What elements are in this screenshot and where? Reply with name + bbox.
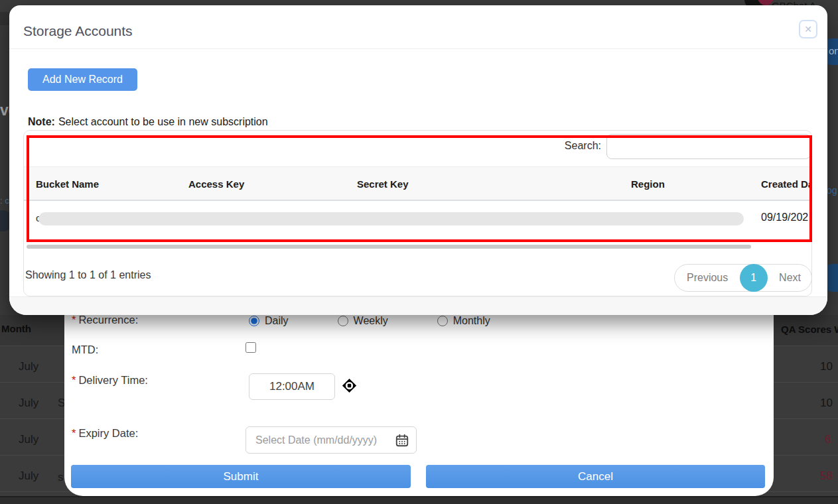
- column-header-month: Month: [1, 323, 31, 334]
- table-cell-month: July: [19, 360, 38, 373]
- submit-button[interactable]: Submit: [71, 465, 411, 488]
- time-picker-icon[interactable]: [341, 377, 358, 394]
- column-header-access-key[interactable]: Access Key: [188, 178, 244, 190]
- background-button-fragment: on: [827, 38, 838, 65]
- expiry-date-input[interactable]: [246, 427, 395, 453]
- modal-footer-band: [9, 296, 827, 315]
- add-new-record-button[interactable]: Add New Record: [28, 68, 137, 91]
- required-marker: *: [72, 374, 76, 386]
- background-footer-strip: [0, 496, 838, 504]
- note-text: Note:Select account to be use in new sub…: [28, 116, 268, 128]
- modal-header-divider: [9, 48, 827, 49]
- screen: GBChat A on ve : c og Month QA Scores W …: [0, 0, 838, 504]
- column-header-region[interactable]: Region: [631, 178, 665, 190]
- table-row[interactable]: c 09/19/202: [24, 201, 812, 238]
- background-text-fragment: : c: [0, 196, 9, 206]
- cancel-button[interactable]: Cancel: [426, 465, 765, 488]
- table-cell-qa-score: 6: [825, 433, 831, 446]
- background-link-fragment: og: [827, 185, 837, 196]
- radio-daily-input[interactable]: [249, 316, 259, 326]
- modal-title: Storage Accounts: [23, 23, 133, 39]
- created-date-cell: 09/19/202: [761, 212, 808, 223]
- table-cell-month: July: [19, 433, 38, 446]
- radio-daily-label: Daily: [265, 315, 289, 327]
- delivery-time-input[interactable]: [249, 373, 335, 400]
- note-label: Note:: [28, 116, 55, 127]
- required-marker: *: [72, 314, 76, 326]
- storage-accounts-modal: Storage Accounts ✕ Add New Record Note:S…: [9, 5, 827, 315]
- table-cell-month: July: [19, 470, 38, 483]
- table-cell-month: July: [19, 397, 38, 410]
- horizontal-scrollbar[interactable]: [27, 245, 751, 249]
- table-cell-qa-score: 58: [820, 470, 833, 483]
- pagination-previous[interactable]: Previous: [687, 272, 728, 284]
- recurrence-radio-group: Daily Weekly Monthly: [249, 315, 490, 327]
- table-cell-qa-score: 10: [820, 397, 833, 410]
- mtd-label: MTD:: [72, 344, 98, 356]
- radio-daily[interactable]: Daily: [249, 315, 289, 327]
- radio-weekly-label: Weekly: [354, 315, 388, 327]
- pagination-page-1[interactable]: 1: [740, 264, 768, 292]
- mtd-checkbox[interactable]: [245, 342, 256, 353]
- expiry-date-label: *Expiry Date:: [72, 427, 138, 440]
- radio-weekly[interactable]: Weekly: [338, 315, 388, 327]
- required-marker: *: [72, 427, 76, 439]
- calendar-icon[interactable]: [395, 433, 409, 448]
- table-header-row: Bucket Name Access Key Secret Key Region…: [24, 166, 812, 201]
- pagination-next[interactable]: Next: [779, 272, 801, 284]
- radio-weekly-input[interactable]: [338, 316, 348, 326]
- expiry-date-field[interactable]: [245, 426, 417, 454]
- close-icon[interactable]: ✕: [799, 20, 817, 38]
- search-input[interactable]: [606, 134, 811, 159]
- redacted-data-pill: [38, 212, 744, 225]
- column-header-bucket-name[interactable]: Bucket Name: [36, 178, 99, 190]
- column-header-secret-key[interactable]: Secret Key: [357, 178, 409, 190]
- background-block: [0, 12, 9, 25]
- subscription-form-panel: *Recurrence: Daily Weekly Monthly MTD: *…: [64, 297, 774, 496]
- radio-monthly-label: Monthly: [453, 315, 490, 327]
- pagination: Previous 1 Next: [674, 264, 812, 292]
- recurrence-label: *Recurrence:: [72, 314, 138, 326]
- radio-monthly[interactable]: Monthly: [437, 315, 490, 327]
- table-cell-fragment: s: [58, 471, 64, 484]
- radio-monthly-input[interactable]: [437, 316, 448, 326]
- search-label: Search:: [558, 140, 601, 152]
- showing-entries-text: Showing 1 to 1 of 1 entries: [25, 269, 151, 281]
- column-header-created-date[interactable]: Created Da: [761, 178, 812, 190]
- column-header-qa-scores: QA Scores W: [781, 324, 838, 335]
- delivery-time-label: *Delivery Time:: [72, 374, 148, 387]
- table-cell-qa-score: 10: [820, 360, 833, 373]
